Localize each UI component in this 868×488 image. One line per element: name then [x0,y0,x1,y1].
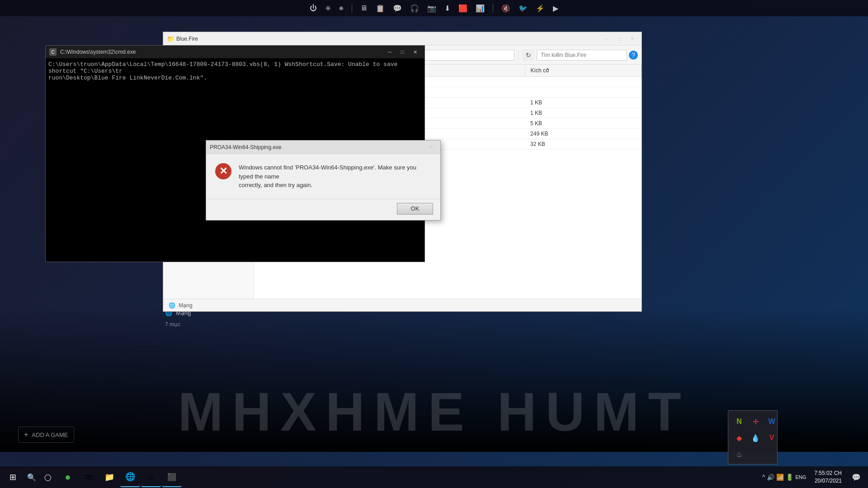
network-label: Mạng [179,302,192,309]
red-tray-item[interactable]: ◆ [732,431,746,445]
network-icon: 🌐 [169,302,175,309]
sys-tray-popup: N ✛ W ◆ 💧 V ♨ [728,410,778,465]
bg-art-text: MHXHME HUMT [178,380,690,443]
file-size-cell: 249 KB [525,129,641,139]
divider-1 [352,4,352,13]
cortana-button[interactable]: ◯ [40,469,56,485]
explorer-maximize-btn[interactable]: □ [613,34,625,44]
start-button[interactable]: ⊞ [2,466,24,488]
col-size[interactable]: Kích cỡ [525,65,641,77]
music-icon[interactable]: 🔇 [501,4,510,13]
explorer-folder-icon: 📁 [167,35,175,42]
chrome-taskbar-app[interactable]: ● [58,467,78,487]
tray-battery-icon[interactable]: 🔋 [786,474,793,481]
files-taskbar-app[interactable]: 📁 [99,467,119,487]
v-tray-item[interactable]: V [764,431,779,445]
error-dialog: PROA34-Win64-Shipping.exe ✕ ✕ Windows ca… [206,140,441,221]
items-count: 7 mục [165,321,180,328]
ok-button[interactable]: OK [397,203,433,215]
nvidia-tray-item[interactable]: N [732,414,746,429]
cmd-taskbar-app[interactable]: ⬛ [162,467,182,487]
explorer-titlebar[interactable]: 📁 Blue.Fire ─ □ ✕ [163,32,642,46]
shield-tray-item[interactable]: ✛ [748,414,763,429]
dialog-message: Windows cannot find 'PROA34-Win64-Shippi… [239,163,431,190]
plus-icon: + [24,431,28,439]
clock-date: 20/07/2021 [814,477,842,485]
cmd-line-2: ruon\Desktop\Blue Fire LinkNeverDie.Com.… [48,75,422,81]
explorer-minimize-btn[interactable]: ─ [601,34,613,44]
explorer-close-btn[interactable]: ✕ [626,34,638,44]
top-bar: ⏻ ✳ ⎈ 🖥 📋 💬 🎧 📷 ⬇ 🟥 📊 🔇 🐦 ⚡ ▶ [0,0,868,16]
steam-tray-item[interactable]: ♨ [732,447,746,461]
taskbar-search-button[interactable]: 🔍 [24,469,40,485]
file-size-cell [525,77,641,87]
word-tray-item[interactable]: W [764,414,779,429]
dialog-footer: OK [206,199,440,220]
file-size-cell: 1 KB [525,98,641,108]
taskbar-clock[interactable]: 7:55:02 CH 20/07/2021 [811,469,845,485]
youtube-icon[interactable]: ▶ [553,4,558,13]
twitter-icon[interactable]: 🐦 [519,4,528,13]
file-size-cell: 5 KB [525,118,641,129]
error-icon: ✕ [215,163,231,179]
thunder-icon[interactable]: ⚡ [536,4,545,13]
record-icon[interactable]: 🟥 [458,4,467,13]
bars-icon[interactable]: 📊 [476,4,485,13]
dialog-close-btn[interactable]: ✕ [425,142,437,152]
toolbar-divider-2 [518,50,519,61]
store-taskbar-app[interactable]: 🛍 [79,467,99,487]
chat-icon[interactable]: 💬 [393,4,402,13]
monitor-icon[interactable]: 🖥 [360,4,368,12]
cmd-close-btn[interactable]: ✕ [409,47,421,57]
clipboard-icon[interactable]: ⎈ [339,4,344,12]
status-network: 🌐 Mạng [169,302,193,309]
power-icon[interactable]: ⏻ [310,4,317,12]
refresh-btn[interactable]: ↻ [522,49,535,61]
file-size-cell: 32 KB [525,139,641,150]
taskbar-search-icon: 🔍 [27,473,36,482]
steam-taskbar-app[interactable]: ♨ [141,467,161,487]
explorer-title: Blue.Fire [176,36,601,42]
desktop: ⏻ ✳ ⎈ 🖥 📋 💬 🎧 📷 ⬇ 🟥 📊 🔇 🐦 ⚡ ▶ MHXHME HUM… [0,0,868,488]
add-game-label: ADD A GAME [32,432,68,438]
notification-button[interactable]: 💬 [846,467,866,487]
cmd-controls: ─ □ ✕ [384,47,421,57]
clock-time: 7:55:02 CH [814,469,842,477]
help-btn[interactable]: ? [629,51,638,60]
search-input[interactable] [537,50,627,61]
notes-icon[interactable]: 📋 [376,4,385,13]
camera-icon[interactable]: 📷 [427,4,436,13]
asterisk-icon[interactable]: ✳ [325,4,331,13]
taskbar-apps: ● 🛍 📁 🌐 ♨ ⬛ [58,467,182,487]
file-size-cell [525,87,641,98]
divider-2 [493,4,493,13]
taskbar-right: ^ 🔊 📶 🔋 ENG 7:55:02 CH 20/07/2021 💬 [759,467,866,487]
tray-volume-icon[interactable]: 🔊 [767,474,774,481]
explorer-controls: ─ □ ✕ [601,34,638,44]
edge-taskbar-app[interactable]: 🌐 [120,467,140,487]
cmd-titlebar[interactable]: C C:\Windows\system32\cmd.exe ─ □ ✕ [46,46,425,58]
dialog-body: ✕ Windows cannot find 'PROA34-Win64-Ship… [206,154,440,199]
tray-lang[interactable]: ENG [795,474,806,480]
cmd-line-1: C:\Users\truon\AppData\Local\Temp\16648-… [48,61,422,75]
cmd-app-icon: C [49,48,57,56]
headphone-icon[interactable]: 🎧 [410,4,419,13]
notification-icon: 💬 [852,473,861,482]
cortana-icon: ◯ [44,474,52,481]
taskbar: ⊞ 🔍 ◯ ● 🛍 📁 🌐 ♨ ⬛ ^ 🔊 📶 🔋 ENG 7:55:0 [0,466,868,488]
start-icon: ⊞ [9,472,16,482]
dialog-titlebar[interactable]: PROA34-Win64-Shipping.exe ✕ [206,141,440,154]
download-icon[interactable]: ⬇ [444,4,450,13]
cmd-title: C:\Windows\system32\cmd.exe [60,49,380,55]
water-tray-item[interactable]: 💧 [748,431,763,445]
cmd-maximize-btn[interactable]: □ [396,47,408,57]
system-tray: ^ 🔊 📶 🔋 ENG [759,474,810,481]
cmd-minimize-btn[interactable]: ─ [384,47,396,57]
add-game-button[interactable]: + ADD A GAME [18,427,74,443]
file-size-cell: 1 KB [525,108,641,118]
dialog-title: PROA34-Win64-Shipping.exe [210,144,425,150]
tray-network-icon[interactable]: 📶 [776,474,784,481]
explorer-status: 🌐 Mạng [163,299,642,311]
tray-expand-btn[interactable]: ^ [762,474,765,481]
